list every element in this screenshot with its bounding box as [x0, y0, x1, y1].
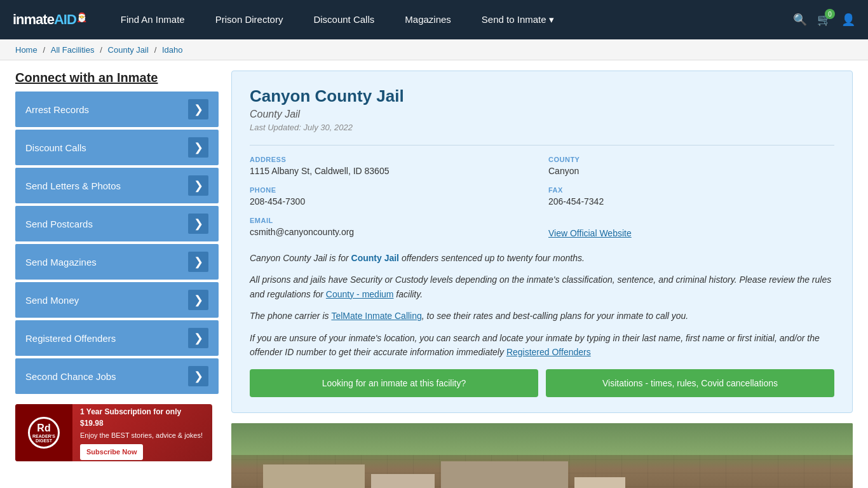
facility-name: Canyon County Jail: [250, 86, 834, 106]
fax-label: FAX: [548, 186, 834, 194]
sidebar-item-registered-offenders[interactable]: Registered Offenders ❯: [15, 320, 219, 356]
nav-send-to-inmate[interactable]: Send to Inmate: [466, 0, 569, 39]
sidebar-item-label: Discount Calls: [25, 142, 86, 153]
sidebar-arrow: ❯: [188, 175, 208, 196]
action-buttons: Looking for an inmate at this facility? …: [250, 369, 834, 397]
cart-icon[interactable]: 🛒 0: [817, 13, 831, 27]
desc-1: Canyon County Jail is for County Jail of…: [250, 251, 834, 265]
breadcrumb-idaho[interactable]: Idaho: [162, 45, 183, 55]
email-block: EMAIL csmith@canyoncounty.org: [250, 217, 536, 238]
nav-magazines-link[interactable]: Magazines: [390, 0, 466, 39]
building-1: [263, 464, 365, 488]
fax-block: FAX 206-454-7342: [548, 186, 834, 207]
rd-logo: Rd READER'SDIGEST: [28, 417, 60, 449]
desc-2: All prisons and jails have Security or C…: [250, 273, 834, 301]
nav-send-to-inmate-link[interactable]: Send to Inmate: [466, 0, 569, 39]
description-section: Canyon County Jail is for County Jail of…: [250, 251, 834, 359]
sidebar-arrow: ❯: [188, 328, 208, 348]
ad-text: 1 Year Subscription for only $19.98 Enjo…: [72, 404, 212, 461]
county-value: Canyon: [548, 166, 834, 176]
sidebar-item-label: Arrest Records: [25, 104, 89, 115]
sidebar-item-send-magazines[interactable]: Send Magazines ❯: [15, 244, 219, 280]
breadcrumb-all-facilities[interactable]: All Facilities: [51, 45, 95, 55]
sidebar-item-label: Send Postcards: [25, 219, 93, 229]
facility-card: Canyon County Jail County Jail Last Upda…: [231, 71, 853, 413]
sidebar-arrow: ❯: [188, 214, 208, 234]
sidebar-item-send-postcards[interactable]: Send Postcards ❯: [15, 206, 219, 241]
telmate-link[interactable]: TelMate Inmate Calling: [331, 311, 421, 321]
nav-find-inmate-link[interactable]: Find An Inmate: [105, 0, 200, 39]
sidebar-title: Connect with an Inmate: [15, 71, 219, 85]
ad-line1: 1 Year Subscription for only $19.98: [80, 406, 205, 429]
visitation-button[interactable]: Visitations - times, rules, Covid cancel…: [546, 369, 834, 397]
website-block: View Official Website: [548, 217, 834, 238]
phone-block: PHONE 208-454-7300: [250, 186, 536, 207]
ad-subscribe-button[interactable]: Subscribe Now: [80, 444, 143, 460]
sidebar-item-label: Send Money: [25, 295, 79, 306]
county-jail-highlight[interactable]: County Jail: [351, 253, 399, 263]
navbar: inmateAID🎅 Find An Inmate Prison Directo…: [0, 0, 868, 39]
user-icon[interactable]: 👤: [841, 13, 855, 27]
nav-prison-directory[interactable]: Prison Directory: [200, 0, 299, 39]
sidebar-item-second-chance-jobs[interactable]: Second Chance Jobs ❯: [15, 358, 219, 394]
sidebar-arrow: ❯: [188, 99, 208, 119]
phone-label: PHONE: [250, 186, 536, 194]
sidebar-item-label: Registered Offenders: [25, 333, 116, 344]
page-content: Connect with an Inmate Arrest Records ❯ …: [0, 60, 868, 488]
building-2: [371, 474, 435, 488]
desc-3: The phone carrier is TelMate Inmate Call…: [250, 309, 834, 323]
sidebar-item-label: Send Magazines: [25, 257, 97, 268]
sidebar-menu: Arrest Records ❯ Discount Calls ❯ Send L…: [15, 92, 219, 394]
sidebar-item-arrest-records[interactable]: Arrest Records ❯: [15, 92, 219, 127]
county-medium-link[interactable]: County - medium: [326, 289, 394, 299]
address-block: ADDRESS 1115 Albany St, Caldwell, ID 836…: [250, 156, 536, 176]
building-4: [574, 477, 625, 488]
breadcrumb-home[interactable]: Home: [15, 45, 37, 55]
building-3: [441, 461, 568, 488]
nav-prison-directory-link[interactable]: Prison Directory: [200, 0, 299, 39]
facility-image: [231, 423, 853, 488]
sidebar: Connect with an Inmate Arrest Records ❯ …: [15, 71, 219, 488]
ad-logo-section: Rd READER'SDIGEST: [15, 404, 72, 461]
fax-value: 206-454-7342: [548, 196, 834, 207]
ad-banner[interactable]: Rd READER'SDIGEST 1 Year Subscription fo…: [15, 404, 212, 461]
sidebar-arrow: ❯: [188, 290, 208, 310]
sidebar-item-send-letters-photos[interactable]: Send Letters & Photos ❯: [15, 168, 219, 203]
email-label: EMAIL: [250, 217, 536, 224]
nav-discount-calls[interactable]: Discount Calls: [298, 0, 390, 39]
address-value: 1115 Albany St, Caldwell, ID 83605: [250, 166, 536, 176]
sidebar-arrow: ❯: [188, 137, 208, 158]
ad-line2: Enjoy the BEST stories, advice & jokes!: [80, 430, 205, 441]
nav-discount-calls-link[interactable]: Discount Calls: [298, 0, 390, 39]
cart-badge: 0: [825, 9, 835, 19]
breadcrumb: Home / All Facilities / County Jail / Id…: [0, 39, 868, 60]
nav-links: Find An Inmate Prison Directory Discount…: [105, 0, 793, 39]
nav-magazines[interactable]: Magazines: [390, 0, 466, 39]
breadcrumb-county-jail[interactable]: County Jail: [108, 45, 149, 55]
email-value: csmith@canyoncounty.org: [250, 227, 536, 237]
logo[interactable]: inmateAID🎅: [13, 11, 86, 28]
phone-value: 208-454-7300: [250, 196, 536, 207]
info-grid: ADDRESS 1115 Albany St, Caldwell, ID 836…: [250, 145, 834, 238]
facility-type: County Jail: [250, 109, 834, 120]
website-link[interactable]: View Official Website: [548, 228, 632, 238]
main-content: Canyon County Jail County Jail Last Upda…: [231, 71, 853, 488]
sidebar-item-send-money[interactable]: Send Money ❯: [15, 282, 219, 318]
sky-area: [231, 423, 853, 455]
nav-icons: 🔍 🛒 0 👤: [793, 13, 855, 27]
last-updated: Last Updated: July 30, 2022: [250, 123, 834, 132]
sidebar-item-discount-calls[interactable]: Discount Calls ❯: [15, 130, 219, 165]
sidebar-item-label: Send Letters & Photos: [25, 180, 121, 191]
address-label: ADDRESS: [250, 156, 536, 163]
search-icon[interactable]: 🔍: [793, 13, 807, 27]
sidebar-item-label: Second Chance Jobs: [25, 371, 116, 382]
county-block: COUNTY Canyon: [548, 156, 834, 176]
desc-4: If you are unsure of your inmate's locat…: [250, 331, 834, 360]
nav-find-inmate[interactable]: Find An Inmate: [105, 0, 200, 39]
sidebar-arrow: ❯: [188, 252, 208, 272]
registered-offenders-link[interactable]: Registered Offenders: [506, 347, 591, 357]
find-inmate-button[interactable]: Looking for an inmate at this facility?: [250, 369, 538, 397]
county-label: COUNTY: [548, 156, 834, 163]
sidebar-arrow: ❯: [188, 366, 208, 386]
